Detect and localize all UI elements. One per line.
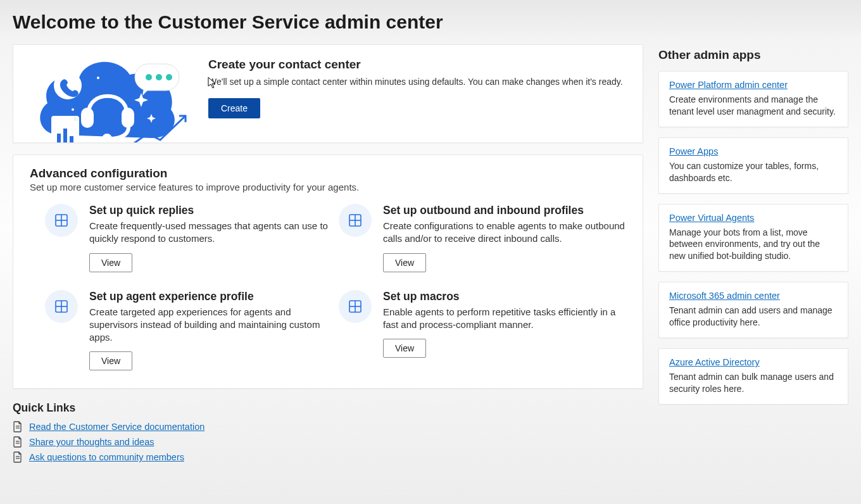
svg-point-8 xyxy=(166,74,172,80)
document-icon xyxy=(13,436,23,448)
quick-links-heading: Quick Links xyxy=(13,401,643,415)
quick-link[interactable]: Share your thoughts and ideas xyxy=(29,437,154,447)
svg-rect-13 xyxy=(70,136,73,143)
app-card-power-apps: Power Apps You can customize your tables… xyxy=(658,137,848,194)
quick-link[interactable]: Ask questions to community members xyxy=(29,452,184,462)
app-card-m365-admin: Microsoft 365 admin center Tenant admin … xyxy=(658,282,848,338)
app-desc: Create environments and manage the tenan… xyxy=(669,94,838,118)
advanced-item-title: Set up agent experience profile xyxy=(89,290,332,303)
grid-icon xyxy=(339,290,372,323)
app-link[interactable]: Power Virtual Agents xyxy=(669,213,754,223)
app-card-power-platform: Power Platform admin center Create envir… xyxy=(658,71,848,127)
app-link[interactable]: Power Apps xyxy=(669,146,718,156)
svg-point-2 xyxy=(104,135,110,142)
svg-rect-11 xyxy=(57,134,61,143)
hero-illustration xyxy=(13,45,197,142)
svg-rect-12 xyxy=(63,129,67,143)
advanced-configuration-card: Advanced configuration Set up more custo… xyxy=(13,154,643,389)
app-desc: You can customize your tables, forms, da… xyxy=(669,160,838,184)
other-apps-heading: Other admin apps xyxy=(658,48,848,62)
advanced-item-profiles: Set up outbound and inbound profiles Cre… xyxy=(339,204,626,272)
view-button[interactable]: View xyxy=(89,351,132,370)
create-button[interactable]: Create xyxy=(208,98,260,118)
view-button[interactable]: View xyxy=(383,253,426,272)
advanced-item-desc: Enable agents to perform repetitive task… xyxy=(383,306,626,332)
app-link[interactable]: Power Platform admin center xyxy=(669,80,788,90)
advanced-item-macros: Set up macros Enable agents to perform r… xyxy=(339,290,626,371)
app-card-azure-ad: Azure Active Directory Tenant admin can … xyxy=(658,348,848,405)
svg-point-14 xyxy=(97,77,99,79)
advanced-item-title: Set up quick replies xyxy=(89,204,332,217)
quick-links-section: Quick Links Read the Customer Service do… xyxy=(13,401,643,463)
advanced-item-desc: Create configurations to enable agents t… xyxy=(383,220,626,246)
grid-icon xyxy=(45,290,78,323)
app-card-power-virtual-agents: Power Virtual Agents Manage your bots fr… xyxy=(658,204,848,272)
svg-rect-1 xyxy=(123,110,132,126)
quick-link[interactable]: Read the Customer Service documentation xyxy=(29,422,204,432)
svg-point-6 xyxy=(146,74,152,80)
grid-icon xyxy=(45,204,78,237)
document-icon xyxy=(13,451,23,463)
svg-rect-0 xyxy=(83,110,92,126)
svg-point-15 xyxy=(72,108,74,111)
advanced-item-desc: Create targeted app experiences for agen… xyxy=(89,306,332,344)
app-desc: Tenant admin can bulk manage users and s… xyxy=(669,371,838,395)
view-button[interactable]: View xyxy=(89,253,132,272)
app-link[interactable]: Azure Active Directory xyxy=(669,357,760,367)
app-desc: Manage your bots from a list, move betwe… xyxy=(669,227,838,263)
svg-point-7 xyxy=(156,74,162,80)
quick-link-item: Ask questions to community members xyxy=(13,451,643,463)
document-icon xyxy=(13,421,23,432)
grid-icon xyxy=(339,204,372,237)
advanced-heading: Advanced configuration xyxy=(30,167,626,180)
advanced-item-quick-replies: Set up quick replies Create frequently-u… xyxy=(45,204,332,272)
page-title: Welcome to the Customer Service admin ce… xyxy=(13,11,848,33)
advanced-item-agent-experience: Set up agent experience profile Create t… xyxy=(45,290,332,371)
hero-description: We'll set up a simple contact center wit… xyxy=(208,77,627,87)
quick-link-item: Read the Customer Service documentation xyxy=(13,421,643,432)
quick-link-item: Share your thoughts and ideas xyxy=(13,436,643,448)
app-desc: Tenant admin can add users and manage of… xyxy=(669,305,838,329)
advanced-item-desc: Create frequently-used messages that age… xyxy=(89,220,332,246)
view-button[interactable]: View xyxy=(383,339,426,358)
app-link[interactable]: Microsoft 365 admin center xyxy=(669,291,780,301)
hero-title: Create your contact center xyxy=(208,58,627,72)
hero-card: Create your contact center We'll set up … xyxy=(13,44,643,143)
advanced-item-title: Set up outbound and inbound profiles xyxy=(383,204,626,217)
advanced-item-title: Set up macros xyxy=(383,290,626,303)
advanced-subheading: Set up more customer service features to… xyxy=(30,182,626,192)
